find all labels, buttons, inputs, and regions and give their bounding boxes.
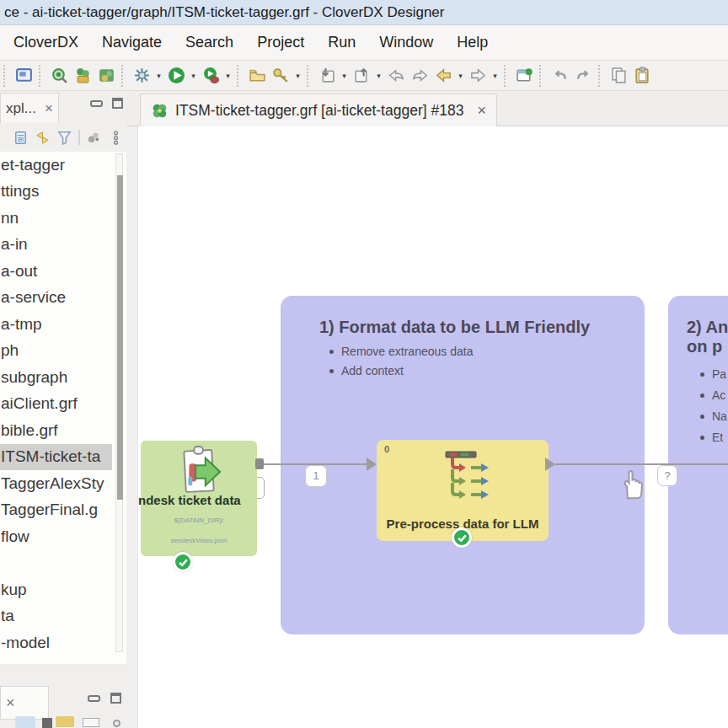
- copy-icon[interactable]: [608, 65, 629, 87]
- bullet-dot: [329, 350, 334, 354]
- explorer-toolbar: [0, 123, 126, 152]
- toolbar-separator: [39, 65, 45, 87]
- explorer-tab-close-icon[interactable]: ×: [45, 100, 53, 117]
- maximize-icon[interactable]: [110, 693, 121, 704]
- explorer-item[interactable]: et-tagger: [0, 152, 112, 179]
- menu-gear-icon[interactable]: [83, 130, 105, 146]
- bottom-panel-icon[interactable]: [15, 716, 35, 728]
- toolbar-separator: [504, 65, 510, 87]
- menu-help[interactable]: Help: [445, 25, 500, 60]
- bottom-view-panel: ×: [0, 682, 126, 728]
- explorer-item[interactable]: a-in: [0, 232, 112, 259]
- menu-search[interactable]: Search: [174, 25, 245, 60]
- editor-tab[interactable]: ITSM-ticket-tagger.grf [ai-ticket-tagger…: [140, 94, 497, 126]
- bottom-panel-icon[interactable]: [56, 716, 74, 727]
- maximize-icon[interactable]: [112, 98, 123, 109]
- preprocess-success-check-icon: [452, 527, 472, 548]
- nav-back-icon[interactable]: [385, 65, 407, 87]
- explorer-item[interactable]: a-out: [0, 258, 112, 285]
- reader-file-path-line1: ${DATAIN_DIR}/: [141, 517, 257, 524]
- debug-icon[interactable]: [131, 65, 153, 87]
- import-icon[interactable]: [316, 65, 338, 87]
- export-dropdown-caret[interactable]: ▾: [373, 72, 384, 80]
- explorer-item[interactable]: [0, 550, 112, 577]
- explorer-item[interactable]: TaggerFinal.g: [0, 497, 112, 524]
- collapse-all-icon[interactable]: [10, 130, 32, 146]
- component-preprocess-subgraph[interactable]: 0: [377, 440, 549, 541]
- link-with-editor-icon[interactable]: [32, 130, 54, 146]
- run-profile-icon[interactable]: [200, 65, 222, 87]
- note2-bullet: Pa: [712, 367, 726, 381]
- edge2-record-badge[interactable]: ?: [657, 465, 677, 486]
- explorer-item[interactable]: ttings: [0, 179, 112, 206]
- reader-output-port[interactable]: [255, 458, 264, 469]
- edge1-record-badge[interactable]: 1: [305, 465, 327, 487]
- explorer-item[interactable]: nn: [0, 205, 112, 232]
- paste-icon[interactable]: [631, 65, 653, 87]
- explorer-item[interactable]: aiClient.grf: [0, 391, 112, 418]
- debug-dropdown-caret[interactable]: ▾: [153, 72, 164, 80]
- forward-history-dropdown-caret[interactable]: ▾: [490, 72, 500, 80]
- open-folder-icon[interactable]: [246, 65, 268, 87]
- key-icon[interactable]: [270, 65, 292, 87]
- menu-navigate[interactable]: Navigate: [90, 25, 174, 60]
- back-history-icon[interactable]: [432, 65, 454, 87]
- view-menu-icon[interactable]: [104, 130, 126, 146]
- filter-icon[interactable]: [53, 130, 75, 146]
- zoom-graph-icon[interactable]: [48, 65, 70, 87]
- explorer-item[interactable]: ta: [0, 603, 112, 630]
- import-dropdown-caret[interactable]: ▾: [339, 72, 350, 80]
- note-container-2[interactable]: 2) An on p Pa Ac Na Et: [668, 296, 728, 634]
- run-dropdown-caret[interactable]: ▾: [188, 72, 199, 80]
- explorer-tab[interactable]: xpl... ×: [0, 93, 59, 123]
- explorer-item-selected[interactable]: ITSM-ticket-ta: [0, 444, 112, 471]
- graph-canvas[interactable]: 1) Format data to be LLM Friendly Remove…: [126, 126, 728, 728]
- menu-run[interactable]: Run: [316, 25, 367, 60]
- explorer-tab-label: xpl...: [6, 100, 36, 117]
- explorer-item[interactable]: bible.grf: [0, 417, 112, 444]
- explorer-item[interactable]: TaggerAlexSty: [0, 470, 112, 497]
- toolbar-separator: [237, 65, 243, 87]
- project-explorer-panel: xpl... ×: [0, 91, 126, 682]
- window-titlebar: ce - ai-ticket-tagger/graph/ITSM-ticket-…: [0, 0, 728, 25]
- explorer-item[interactable]: -model: [0, 629, 112, 656]
- bottom-panel-tab-close-icon[interactable]: ×: [6, 694, 15, 712]
- explorer-item[interactable]: subgraph: [0, 364, 112, 391]
- reader-success-check-icon: [173, 552, 193, 572]
- explorer-item[interactable]: ph: [0, 338, 112, 365]
- panel-sash[interactable]: [126, 126, 138, 728]
- explorer-item[interactable]: a-tmp: [0, 311, 112, 338]
- explorer-scrollbar[interactable]: [115, 153, 123, 652]
- explorer-item[interactable]: flow: [0, 523, 112, 550]
- nav-forward-icon[interactable]: [409, 65, 431, 87]
- minimize-icon[interactable]: [88, 695, 100, 702]
- minimize-icon[interactable]: [90, 100, 103, 107]
- export-icon[interactable]: [351, 65, 372, 87]
- graph-editor-icon[interactable]: [13, 65, 35, 87]
- explorer-tree: et-tagger ttings nn a-in a-out a-service…: [0, 152, 126, 664]
- editor-tab-close-icon[interactable]: ×: [477, 102, 486, 120]
- bottom-panel-icon[interactable]: [42, 718, 52, 728]
- run-icon[interactable]: [165, 65, 187, 87]
- explorer-item[interactable]: a-service: [0, 285, 112, 312]
- bottom-panel-icon[interactable]: [83, 718, 99, 727]
- redo-icon[interactable]: [572, 65, 594, 87]
- menu-window[interactable]: Window: [367, 25, 445, 60]
- undo-icon[interactable]: [549, 65, 570, 87]
- explorer-item[interactable]: kup: [0, 576, 112, 603]
- menu-cloverdx[interactable]: CloverDX: [2, 25, 90, 60]
- bottom-panel-icon[interactable]: [113, 720, 120, 727]
- explorer-scrollbar-thumb[interactable]: [117, 175, 123, 500]
- back-history-dropdown-caret[interactable]: ▾: [455, 72, 466, 80]
- component-zendesk-reader[interactable]: ndesk ticket data ${DATAIN_DIR}/ zendesk…: [141, 441, 257, 556]
- reader-file-path-line2: zendeskVideo.json: [141, 537, 257, 544]
- new-editor-pin-icon[interactable]: [513, 65, 535, 87]
- key-dropdown-caret[interactable]: ▾: [292, 72, 303, 80]
- menu-project[interactable]: Project: [245, 25, 316, 60]
- forward-history-icon[interactable]: [467, 65, 489, 87]
- run-profile-dropdown-caret[interactable]: ▾: [222, 72, 233, 80]
- edge-preprocess-out[interactable]: [555, 463, 728, 465]
- graph-tree-icon[interactable]: [72, 65, 94, 87]
- graph-map-icon[interactable]: [95, 65, 117, 87]
- bottom-panel-tab[interactable]: ×: [0, 686, 49, 720]
